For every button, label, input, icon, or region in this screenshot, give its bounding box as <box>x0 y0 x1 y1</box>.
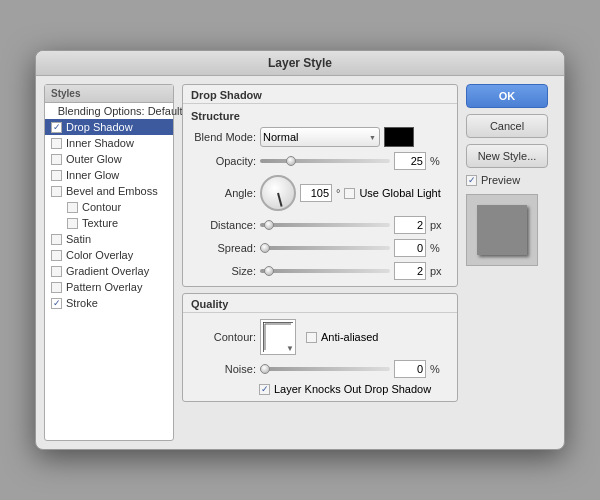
distance-unit: px <box>430 219 442 231</box>
noise-input[interactable]: 0 <box>394 360 426 378</box>
opacity-input[interactable]: 25 <box>394 152 426 170</box>
opacity-slider[interactable] <box>260 159 390 163</box>
layer-knocks-wrapper: Layer Knocks Out Drop Shadow <box>259 383 431 395</box>
quality-section-title: Quality <box>183 294 457 313</box>
blend-color-swatch[interactable] <box>384 127 414 147</box>
blend-mode-select[interactable]: Normal Multiply Screen <box>260 127 380 147</box>
distance-slider[interactable] <box>260 223 390 227</box>
angle-label: Angle: <box>191 187 256 199</box>
distance-label: Distance: <box>191 219 256 231</box>
blend-mode-label: Blend Mode: <box>191 131 256 143</box>
dialog-title: Layer Style <box>36 51 564 76</box>
opacity-row: Opacity: 25 % <box>191 152 449 170</box>
size-input[interactable]: 2 <box>394 262 426 280</box>
drop-shadow-label: Drop Shadow <box>66 121 133 133</box>
sidebar-item-blending-options[interactable]: Blending Options: Default <box>45 103 173 119</box>
ok-button[interactable]: OK <box>466 84 548 108</box>
opacity-slider-thumb[interactable] <box>286 156 296 166</box>
inner-glow-checkbox[interactable] <box>51 170 62 181</box>
global-light-checkbox[interactable] <box>344 188 355 199</box>
satin-label: Satin <box>66 233 91 245</box>
preview-inner <box>477 205 527 255</box>
layer-knocks-row: Layer Knocks Out Drop Shadow <box>191 383 449 395</box>
contour-preview[interactable]: ▼ <box>260 319 296 355</box>
blend-mode-row: Blend Mode: Normal Multiply Screen <box>191 127 449 147</box>
spread-slider[interactable] <box>260 246 390 250</box>
pattern-overlay-checkbox[interactable] <box>51 282 62 293</box>
sidebar-item-gradient-overlay[interactable]: Gradient Overlay <box>45 263 173 279</box>
stroke-checkbox[interactable] <box>51 298 62 309</box>
outer-glow-checkbox[interactable] <box>51 154 62 165</box>
layer-style-dialog: Layer Style Styles Blending Options: Def… <box>35 50 565 450</box>
distance-input[interactable]: 2 <box>394 216 426 234</box>
distance-row: Distance: 2 px <box>191 216 449 234</box>
global-light-wrapper: Use Global Light <box>344 187 440 199</box>
sidebar-item-stroke[interactable]: Stroke <box>45 295 173 311</box>
distance-slider-thumb[interactable] <box>264 220 274 230</box>
spread-slider-thumb[interactable] <box>260 243 270 253</box>
layer-knocks-checkbox[interactable] <box>259 384 270 395</box>
noise-slider-thumb[interactable] <box>260 364 270 374</box>
texture-label: Texture <box>82 217 118 229</box>
blend-mode-dropdown-wrapper[interactable]: Normal Multiply Screen <box>260 127 380 147</box>
preview-checkbox[interactable] <box>466 175 477 186</box>
contour-label: Contour <box>82 201 121 213</box>
opacity-unit: % <box>430 155 440 167</box>
styles-panel: Styles Blending Options: Default Drop Sh… <box>44 84 174 441</box>
sidebar-item-drop-shadow[interactable]: Drop Shadow <box>45 119 173 135</box>
size-slider-thumb[interactable] <box>264 266 274 276</box>
styles-panel-header: Styles <box>45 85 173 103</box>
structure-title: Structure <box>191 110 449 122</box>
pattern-overlay-label: Pattern Overlay <box>66 281 142 293</box>
spread-row: Spread: 0 % <box>191 239 449 257</box>
spread-unit: % <box>430 242 440 254</box>
inner-shadow-checkbox[interactable] <box>51 138 62 149</box>
drop-shadow-section-title: Drop Shadow <box>183 85 457 104</box>
size-slider[interactable] <box>260 269 390 273</box>
drop-shadow-checkbox[interactable] <box>51 122 62 133</box>
cancel-button[interactable]: Cancel <box>466 114 548 138</box>
color-overlay-checkbox[interactable] <box>51 250 62 261</box>
spread-input[interactable]: 0 <box>394 239 426 257</box>
gradient-overlay-checkbox[interactable] <box>51 266 62 277</box>
inner-shadow-label: Inner Shadow <box>66 137 134 149</box>
color-overlay-label: Color Overlay <box>66 249 133 261</box>
size-label: Size: <box>191 265 256 277</box>
noise-slider[interactable] <box>260 367 390 371</box>
sidebar-item-bevel-emboss[interactable]: Bevel and Emboss <box>45 183 173 199</box>
sidebar-item-color-overlay[interactable]: Color Overlay <box>45 247 173 263</box>
noise-label: Noise: <box>191 363 256 375</box>
angle-row: Angle: 105 ° Use Global Light <box>191 175 449 211</box>
spread-label: Spread: <box>191 242 256 254</box>
sidebar-item-pattern-overlay[interactable]: Pattern Overlay <box>45 279 173 295</box>
anti-alias-checkbox[interactable] <box>306 332 317 343</box>
sidebar-item-texture[interactable]: Texture <box>45 215 173 231</box>
contour-checkbox[interactable] <box>67 202 78 213</box>
new-style-button[interactable]: New Style... <box>466 144 548 168</box>
size-unit: px <box>430 265 442 277</box>
preview-label-row: Preview <box>466 174 556 186</box>
preview-label: Preview <box>481 174 520 186</box>
sidebar-item-contour[interactable]: Contour <box>45 199 173 215</box>
satin-checkbox[interactable] <box>51 234 62 245</box>
bevel-emboss-label: Bevel and Emboss <box>66 185 158 197</box>
angle-dial[interactable] <box>260 175 296 211</box>
gradient-overlay-label: Gradient Overlay <box>66 265 149 277</box>
contour-row: Contour: ▼ Anti-aliased <box>191 319 449 355</box>
texture-checkbox[interactable] <box>67 218 78 229</box>
sidebar-item-satin[interactable]: Satin <box>45 231 173 247</box>
main-content: Drop Shadow Structure Blend Mode: Normal… <box>182 84 458 441</box>
bevel-emboss-checkbox[interactable] <box>51 186 62 197</box>
sidebar-item-outer-glow[interactable]: Outer Glow <box>45 151 173 167</box>
angle-input[interactable]: 105 <box>300 184 332 202</box>
sidebar-item-inner-shadow[interactable]: Inner Shadow <box>45 135 173 151</box>
sidebar-item-inner-glow[interactable]: Inner Glow <box>45 167 173 183</box>
angle-unit: ° <box>336 187 340 199</box>
quality-section: Quality Contour: ▼ <box>182 293 458 402</box>
anti-alias-wrapper: Anti-aliased <box>306 331 378 343</box>
outer-glow-label: Outer Glow <box>66 153 122 165</box>
opacity-label: Opacity: <box>191 155 256 167</box>
noise-row: Noise: 0 % <box>191 360 449 378</box>
preview-box <box>466 194 538 266</box>
dial-line <box>277 193 283 207</box>
